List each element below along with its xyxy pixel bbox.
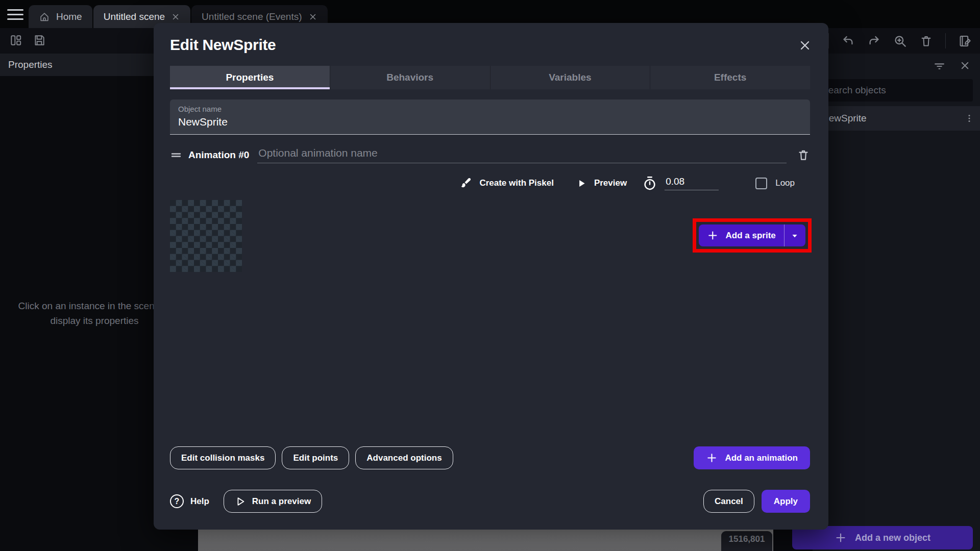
trash-icon[interactable] [919, 34, 933, 48]
stopwatch-icon [642, 176, 657, 191]
add-sprite-dropdown[interactable] [785, 231, 805, 241]
edit-points-button[interactable]: Edit points [282, 446, 349, 469]
plus-icon [707, 230, 719, 241]
play-outline-icon [235, 496, 246, 507]
objects-panel: NewSprite Add a new object [813, 54, 980, 551]
apply-button[interactable]: Apply [762, 490, 810, 513]
cursor-coordinates-badge: 1516,801 [721, 531, 772, 551]
dialog-close-icon[interactable] [798, 38, 812, 53]
apply-label: Apply [774, 496, 798, 507]
plus-icon [835, 532, 847, 544]
undo-icon[interactable] [841, 34, 855, 48]
advanced-options-label: Advanced options [366, 453, 442, 463]
tab-properties-label: Properties [226, 72, 274, 83]
panel-close-icon[interactable] [959, 60, 971, 71]
advanced-options-button[interactable]: Advanced options [355, 446, 453, 469]
help-button[interactable]: ? Help [170, 494, 209, 508]
zoom-in-icon[interactable] [893, 34, 907, 48]
tab-events-label: Untitled scene (Events) [202, 11, 302, 22]
tab-effects-label: Effects [714, 72, 746, 83]
tab-behaviors[interactable]: Behaviors [330, 66, 491, 89]
edit-object-dialog: Edit NewSprite Properties Behaviors Vari… [154, 23, 828, 530]
object-list-item[interactable]: NewSprite [813, 106, 980, 131]
properties-panel-title: Properties [8, 59, 53, 70]
brush-icon [458, 177, 472, 190]
filter-icon[interactable] [933, 59, 946, 72]
tab-variables[interactable]: Variables [491, 66, 651, 89]
tab-behaviors-label: Behaviors [386, 72, 433, 83]
edit-collision-masks-label: Edit collision masks [181, 453, 264, 463]
tab-properties[interactable]: Properties [170, 66, 330, 89]
dialog-title: Edit NewSprite [170, 36, 810, 54]
add-an-animation-button[interactable]: Add an animation [694, 446, 810, 469]
cancel-button[interactable]: Cancel [703, 490, 754, 513]
loop-label: Loop [775, 178, 795, 188]
tab-effects[interactable]: Effects [650, 66, 810, 89]
edit-points-label: Edit points [293, 453, 338, 463]
animation-row: Animation #0 [170, 147, 810, 163]
add-a-sprite-label: Add a sprite [726, 231, 776, 241]
play-icon [576, 178, 587, 189]
run-a-preview-label: Run a preview [252, 496, 311, 507]
hamburger-menu-icon[interactable] [7, 7, 23, 21]
tab-home[interactable]: Home [29, 5, 92, 28]
close-icon[interactable] [308, 12, 317, 21]
dialog-footer-row: ? Help Run a preview Cancel Apply [170, 490, 810, 513]
tab-home-label: Home [56, 11, 82, 22]
animation-index-label: Animation #0 [188, 149, 249, 161]
toolbar-separator [945, 33, 946, 48]
add-a-sprite-button[interactable]: Add a sprite [699, 224, 805, 246]
animation-name-input[interactable] [257, 147, 787, 163]
preview-button[interactable]: Preview [594, 178, 627, 188]
edit-collision-masks-button[interactable]: Edit collision masks [170, 446, 276, 469]
chevron-down-icon [790, 231, 800, 241]
close-icon[interactable] [171, 12, 180, 21]
add-new-object-label: Add a new object [855, 533, 930, 543]
delete-animation-icon[interactable] [797, 148, 810, 162]
object-name-field[interactable]: Object name NewSprite [170, 99, 810, 135]
home-icon [39, 11, 50, 22]
annotation-highlight-box: Add a sprite [693, 218, 812, 253]
add-an-animation-label: Add an animation [725, 453, 798, 463]
object-name-field-label: Object name [178, 105, 802, 113]
events-sheet-icon[interactable] [958, 34, 972, 48]
objects-panel-header [813, 54, 980, 77]
scene-canvas[interactable]: 1516,801 [198, 528, 773, 551]
create-with-piskel-button[interactable]: Create with Piskel [479, 178, 554, 188]
loop-checkbox[interactable] [755, 178, 767, 189]
kebab-menu-icon[interactable] [964, 113, 975, 124]
redo-icon[interactable] [867, 34, 881, 48]
help-label: Help [190, 496, 209, 507]
object-name-label: NewSprite [822, 113, 867, 124]
save-icon[interactable] [33, 34, 46, 47]
plus-icon [706, 452, 718, 464]
search-objects-input[interactable] [814, 79, 973, 102]
run-a-preview-button[interactable]: Run a preview [224, 490, 322, 513]
time-between-frames-input[interactable] [665, 176, 719, 190]
dialog-tabs: Properties Behaviors Variables Effects [170, 66, 810, 89]
toolbar-separator [828, 33, 829, 48]
tab-scene-label: Untitled scene [104, 11, 165, 22]
drag-handle-icon[interactable] [170, 149, 182, 161]
animation-controls-row: Create with Piskel Preview Loop [170, 176, 795, 191]
cancel-label: Cancel [715, 496, 743, 507]
help-icon: ? [170, 494, 184, 508]
sprite-frame-placeholder[interactable] [170, 200, 242, 272]
panels-layout-icon[interactable] [9, 34, 22, 47]
tab-variables-label: Variables [549, 72, 591, 83]
dialog-actions-row: Edit collision masks Edit points Advance… [170, 446, 810, 469]
object-name-field-value: NewSprite [178, 116, 802, 128]
